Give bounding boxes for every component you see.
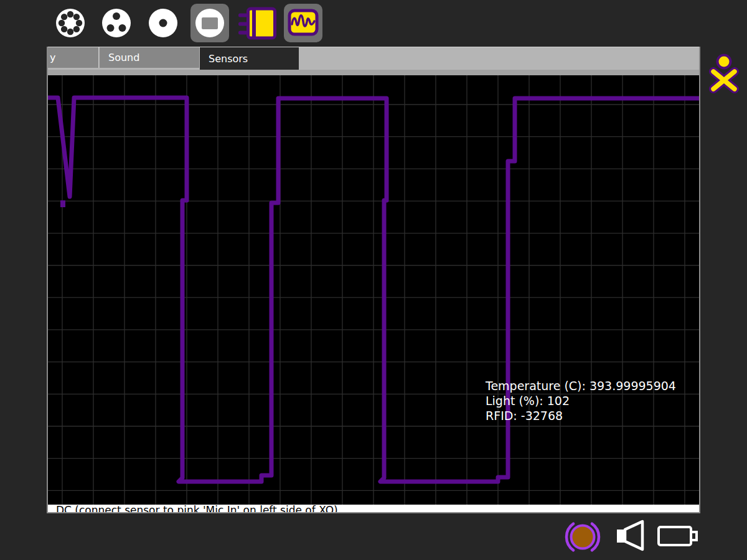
sensor-readings: Temperature (C): 393.99995904 Light (%):… [486, 378, 676, 423]
temperature-reading: Temperature (C): 393.99995904 [486, 378, 676, 393]
xo-buddy-icon[interactable] [707, 49, 741, 95]
group-icon[interactable] [97, 4, 136, 42]
rfid-reading: RFID: -32768 [486, 408, 676, 423]
neighborhood-icon[interactable] [51, 4, 90, 42]
waveform-canvas [48, 75, 699, 505]
tab-sensors[interactable]: Sensors [200, 47, 299, 70]
tab-label: y [50, 52, 55, 63]
battery-icon[interactable] [655, 523, 701, 550]
light-reading: Light (%): 102 [486, 393, 676, 408]
measure-activity-icon[interactable] [284, 4, 322, 42]
tab-label: Sound [108, 52, 139, 63]
journal-icon[interactable] [237, 4, 278, 42]
home-icon[interactable] [144, 4, 182, 42]
tab-label: Sensors [209, 53, 248, 65]
tab-sound[interactable]: Sound [100, 47, 199, 68]
tab-activity-partial[interactable]: y [48, 47, 99, 68]
record-indicator-icon[interactable] [563, 518, 602, 556]
activity-stop-icon[interactable] [190, 4, 229, 42]
tab-bar: y Sound Sensors [48, 47, 699, 75]
speaker-icon[interactable] [613, 518, 648, 553]
measure-activity-window: y Sound Sensors Temperature (C): 393.999… [47, 47, 700, 513]
mode-status-bar: DC (connect sensor to pink 'Mic In' on l… [48, 505, 699, 512]
mode-status-text: DC (connect sensor to pink 'Mic In' on l… [56, 505, 338, 512]
oscilloscope-plot: Temperature (C): 393.99995904 Light (%):… [48, 75, 699, 505]
